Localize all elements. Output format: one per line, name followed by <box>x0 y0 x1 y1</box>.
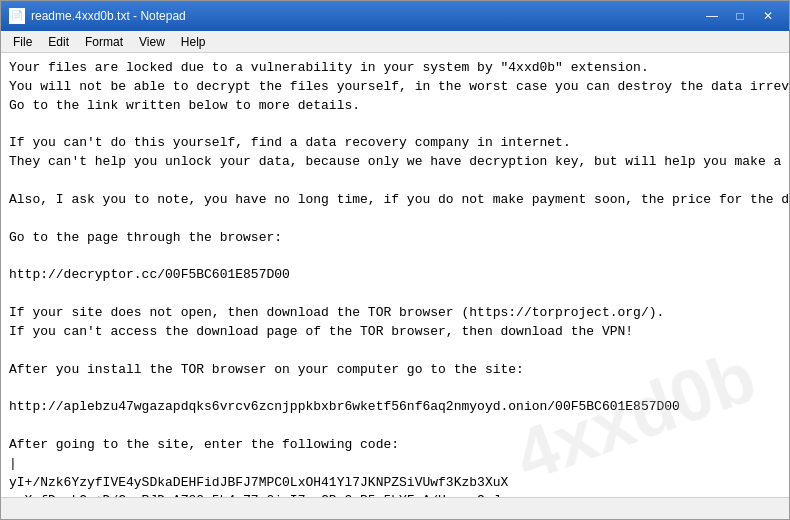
close-button[interactable]: ✕ <box>755 6 781 26</box>
window-controls: — □ ✕ <box>699 6 781 26</box>
text-editor[interactable]: Your files are locked due to a vulnerabi… <box>1 53 789 497</box>
menu-file[interactable]: File <box>5 33 40 51</box>
maximize-button[interactable]: □ <box>727 6 753 26</box>
menu-edit[interactable]: Edit <box>40 33 77 51</box>
menu-bar: File Edit Format View Help <box>1 31 789 53</box>
menu-help[interactable]: Help <box>173 33 214 51</box>
minimize-button[interactable]: — <box>699 6 725 26</box>
notepad-window: 📄 readme.4xxd0b.txt - Notepad — □ ✕ File… <box>0 0 790 520</box>
status-bar <box>1 497 789 519</box>
menu-format[interactable]: Format <box>77 33 131 51</box>
notepad-icon: 📄 <box>9 8 25 24</box>
title-bar-left: 📄 readme.4xxd0b.txt - Notepad <box>9 8 186 24</box>
window-title: readme.4xxd0b.txt - Notepad <box>31 9 186 23</box>
content-area: Your files are locked due to a vulnerabi… <box>1 53 789 497</box>
menu-view[interactable]: View <box>131 33 173 51</box>
title-bar: 📄 readme.4xxd0b.txt - Notepad — □ ✕ <box>1 1 789 31</box>
